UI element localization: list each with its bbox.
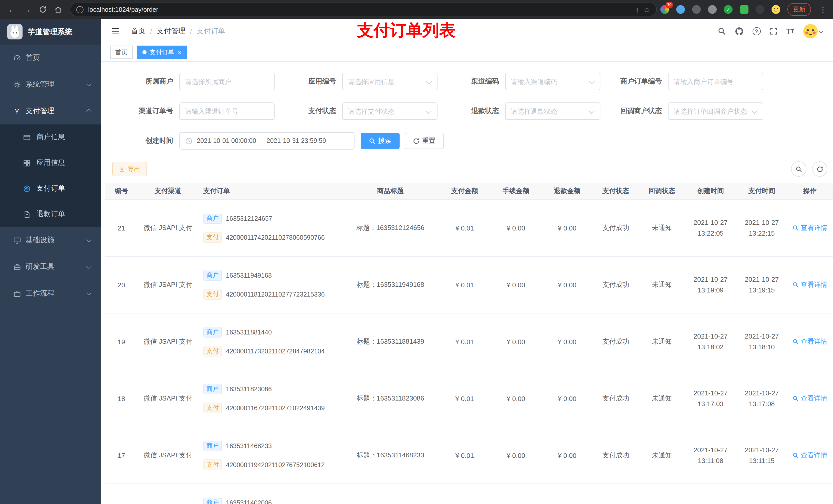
refund-status-select[interactable] [505,102,600,120]
sidebar-item-pay-order[interactable]: 支付订单 [0,176,101,201]
user-avatar[interactable] [803,23,823,39]
create-time-range-picker[interactable]: 2021-10-01 00:00:00 - 2021-10-31 23:59:5… [179,132,355,149]
font-size-small: T [791,28,794,34]
view-detail-link[interactable]: 查看详情 [792,337,827,346]
col-title: 商品标题 [342,187,439,196]
chevron-down-icon [86,290,91,295]
reset-button[interactable]: 重置 [405,133,444,149]
font-size-icon[interactable]: TT [786,27,794,35]
pay-order-line: 支付 4200001173202110272847982104 [204,346,325,356]
pay-order-table: 编号 支付渠道 支付订单 商品标题 支付金额 手续金额 退款金额 支付状态 回调… [105,183,833,504]
channel-transaction-no: 4200001174202110278060590766 [226,234,325,241]
hamburger-icon[interactable] [111,26,120,35]
share-icon[interactable]: ↑ [636,5,639,14]
pay-status-input[interactable] [348,107,432,115]
app-id-select[interactable] [342,73,437,90]
url-bar[interactable]: i localhost:1024/pay/order ↑ ☆ [70,3,657,16]
browser-update-button[interactable]: 更新 [787,3,811,16]
browser-home-button[interactable] [51,3,65,16]
tab-home[interactable]: 首页 [110,46,133,59]
breadcrumb-home[interactable]: 首页 [131,26,145,35]
notify-status-input[interactable] [674,107,758,115]
browser-menu-icon[interactable]: ⋮ [818,5,828,14]
site-info-icon[interactable]: i [76,6,84,13]
sidebar: 芋道管理系统 首页 系统管理 ¥ 支付管理 [0,19,101,504]
pay-clock: 13:22:15 [745,228,779,239]
merchant-order-no-field[interactable] [668,73,763,90]
channel-order-no-field[interactable] [179,102,275,120]
gear-icon [13,81,21,88]
channel-code-input[interactable] [511,78,595,85]
sidebar-item-infra[interactable]: 基础设施 [0,227,101,254]
sidebar-item-home[interactable]: 首页 [0,45,101,71]
channel-code-select[interactable] [505,73,600,90]
export-button[interactable]: 导出 [112,162,147,176]
tab-pay-order[interactable]: 支付订单 × [137,46,187,59]
date-end[interactable]: 2021-10-31 23:59:59 [267,137,326,144]
refund-status-input[interactable] [511,107,595,115]
search-icon [792,395,799,402]
view-detail-link[interactable]: 查看详情 [792,394,827,403]
toggle-search-button[interactable] [791,161,806,177]
sidebar-item-dev-tools[interactable]: 研发工具 [0,254,101,280]
avatar-caret-icon [818,28,824,33]
sidebar-item-payment[interactable]: ¥ 支付管理 [0,98,101,124]
cell-channel: 微信 JSAPI 支付 [138,223,198,233]
dashboard-icon [13,54,21,62]
notify-status-select[interactable] [668,102,763,120]
view-detail-link[interactable]: 查看详情 [792,223,827,233]
app-id-input[interactable] [348,78,432,85]
channel-order-no-input[interactable] [185,107,269,115]
extension-badge: 10 [666,2,673,8]
merchant-order-no-input[interactable] [674,78,758,85]
create-clock: 13:22:05 [694,228,728,239]
cell-pay-time: 2021-10-27 13:18:10 [736,331,787,352]
screen: ← → i localhost:1024/pay/order ↑ ☆ 10 ✓ [0,0,833,504]
extension-green-check-icon[interactable]: ✓ [724,5,733,14]
date-start[interactable]: 2021-10-01 00:00:00 [197,137,256,144]
browser-forward-button[interactable]: → [21,3,34,16]
monitor-icon [13,236,21,244]
sidebar-item-merchant-info[interactable]: 商户信息 [0,124,101,150]
extension-dark-icon[interactable] [692,5,701,14]
search-button[interactable]: 搜索 [361,133,400,149]
sidebar-item-workflow[interactable]: 工作流程 [0,280,101,307]
extension-gray-icon[interactable] [708,5,717,14]
bookmark-star-icon[interactable]: ☆ [644,5,650,14]
browser-chrome: ← → i localhost:1024/pay/order ↑ ☆ 10 ✓ [0,0,833,19]
help-icon[interactable]: ? [752,27,761,35]
cell-order-numbers: 商户 1635311949168 支付 42000011812021102777… [198,270,342,299]
extension-colorful-icon[interactable]: 10 [660,5,669,14]
pay-date: 2021-10-27 [745,388,779,399]
table-toolbar: 导出 [112,161,827,177]
merchant-input[interactable] [185,78,269,85]
view-detail-link[interactable]: 查看详情 [792,451,827,460]
briefcase-icon [13,290,21,297]
merchant-select[interactable] [179,73,275,90]
extension-pin-icon[interactable] [756,5,764,14]
sidebar-item-app-info[interactable]: 应用信息 [0,150,101,176]
cell-create-time: 2021-10-27 13:18:02 [685,331,736,352]
browser-reload-button[interactable] [36,3,49,16]
sidebar-item-refund-order[interactable]: 退款订单 [0,201,101,227]
cell-pay-amount: ¥ 0.01 [439,394,490,402]
github-icon[interactable] [734,26,744,35]
close-icon[interactable]: × [178,48,182,56]
table-row: 19 微信 JSAPI 支付 商户 1635311881440 支付 [105,313,833,370]
breadcrumb-current: 支付订单 [197,26,225,35]
refresh-table-button[interactable] [812,161,827,177]
breadcrumb-pay-mgmt[interactable]: 支付管理 [157,26,186,35]
extension-drop-icon[interactable] [676,5,685,14]
pay-status-select[interactable] [342,102,437,120]
view-detail-link[interactable]: 查看详情 [792,280,827,289]
extension-chat-icon[interactable] [740,5,748,14]
sidebar-item-system[interactable]: 系统管理 [0,71,101,98]
fullscreen-icon[interactable] [769,27,778,35]
search-icon[interactable] [717,27,726,35]
browser-back-button[interactable]: ← [5,3,19,16]
profile-emoji-icon[interactable] [771,5,780,14]
app-logo[interactable]: 芋道管理系统 [0,19,101,45]
create-date: 2021-10-27 [694,388,728,399]
create-clock: 13:11:08 [694,455,728,466]
cell-actions: 查看详情 [787,394,832,403]
